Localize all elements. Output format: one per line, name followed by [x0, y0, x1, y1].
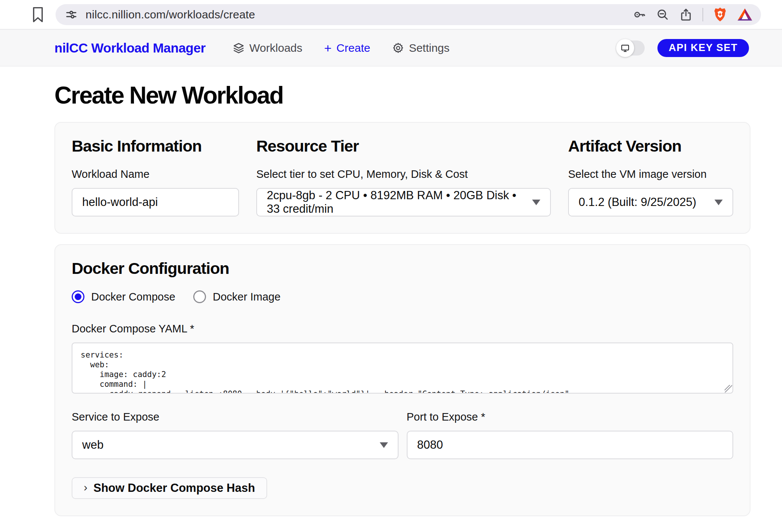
- workload-name-input[interactable]: [82, 189, 229, 216]
- key-icon[interactable]: [633, 8, 646, 21]
- service-to-expose-label: Service to Expose: [72, 411, 399, 423]
- layers-icon: [233, 42, 245, 54]
- chevron-down-icon: [532, 200, 540, 205]
- basic-information-heading: Basic Information: [72, 137, 239, 155]
- resource-tier-select[interactable]: 2cpu-8gb - 2 CPU • 8192MB RAM • 20GB Dis…: [256, 188, 551, 216]
- workload-name-field-wrap: [72, 188, 239, 216]
- nav-create-label: Create: [337, 42, 370, 54]
- nav-settings[interactable]: Settings: [392, 42, 450, 54]
- nav-workloads[interactable]: Workloads: [233, 42, 302, 54]
- bat-logo-icon[interactable]: [737, 8, 753, 22]
- chevron-right-icon: ›: [84, 481, 87, 494]
- expose-settings-row: Service to Expose web Port to Expose *: [72, 411, 733, 459]
- docker-configuration-heading: Docker Configuration: [72, 259, 733, 278]
- resource-tier-label: Select tier to set CPU, Memory, Disk & C…: [256, 168, 551, 180]
- zoom-out-icon[interactable]: [656, 8, 669, 21]
- artifact-version-label: Select the VM image version: [568, 168, 733, 180]
- radio-selected-icon: [72, 290, 84, 303]
- address-bar[interactable]: nilcc.nillion.com/workloads/create: [56, 4, 761, 25]
- basic-settings-card: Basic Information Workload Name Resource…: [54, 122, 750, 234]
- main-nav: Workloads + Create Settings: [233, 42, 450, 54]
- artifact-version-column: Artifact Version Select the VM image ver…: [568, 137, 733, 216]
- resize-grip-icon[interactable]: [725, 385, 732, 392]
- port-to-expose-column: Port to Expose *: [407, 411, 734, 459]
- docker-compose-yaml-wrap: [72, 343, 733, 394]
- api-key-status-badge[interactable]: API KEY SET: [657, 39, 749, 57]
- chevron-down-icon: [380, 442, 388, 448]
- tune-icon[interactable]: [65, 9, 77, 21]
- docker-compose-yaml-label: Docker Compose YAML *: [72, 323, 733, 335]
- gear-icon: [392, 42, 404, 54]
- nav-create[interactable]: + Create: [324, 42, 370, 54]
- browser-chrome: nilcc.nillion.com/workloads/create: [0, 0, 782, 29]
- service-to-expose-column: Service to Expose web: [72, 411, 399, 459]
- monitor-icon: [620, 43, 630, 53]
- theme-toggle-knob: [616, 39, 634, 57]
- resource-tier-selected-value: 2cpu-8gb - 2 CPU • 8192MB RAM • 20GB Dis…: [267, 189, 525, 216]
- toolbar-divider: [702, 8, 703, 21]
- bookmark-icon[interactable]: [32, 6, 44, 23]
- theme-toggle[interactable]: [617, 41, 645, 56]
- service-to-expose-select[interactable]: web: [72, 431, 399, 459]
- docker-mode-radio-group: Docker Compose Docker Image: [72, 290, 733, 303]
- artifact-version-heading: Artifact Version: [568, 137, 733, 155]
- docker-image-radio-label: Docker Image: [213, 291, 281, 303]
- app-header: nilCC Workload Manager Workloads + Creat…: [0, 29, 782, 66]
- workload-name-label: Workload Name: [72, 168, 239, 180]
- share-icon[interactable]: [679, 8, 693, 21]
- plus-icon: +: [324, 42, 332, 54]
- url-actions: [633, 7, 753, 23]
- artifact-version-select[interactable]: 0.1.2 (Built: 9/25/2025): [568, 188, 733, 216]
- brave-shield-icon[interactable]: [713, 7, 727, 23]
- resource-tier-column: Resource Tier Select tier to set CPU, Me…: [256, 137, 551, 216]
- service-selected-value: web: [82, 438, 104, 452]
- resource-tier-heading: Resource Tier: [256, 137, 551, 155]
- nav-settings-label: Settings: [409, 42, 450, 54]
- basic-information-column: Basic Information Workload Name: [72, 137, 239, 216]
- url-text[interactable]: nilcc.nillion.com/workloads/create: [86, 8, 624, 21]
- show-docker-compose-hash-button[interactable]: › Show Docker Compose Hash: [72, 477, 267, 499]
- docker-configuration-card: Docker Configuration Docker Compose Dock…: [54, 244, 750, 516]
- docker-image-radio[interactable]: Docker Image: [193, 290, 281, 303]
- show-hash-button-label: Show Docker Compose Hash: [93, 481, 255, 495]
- docker-compose-radio-label: Docker Compose: [91, 291, 175, 303]
- port-field-wrap: [407, 431, 734, 459]
- docker-compose-radio[interactable]: Docker Compose: [72, 290, 175, 303]
- nav-workloads-label: Workloads: [250, 42, 302, 54]
- artifact-version-selected-value: 0.1.2 (Built: 9/25/2025): [579, 195, 696, 209]
- radio-unselected-icon: [193, 290, 206, 303]
- port-to-expose-input[interactable]: [417, 431, 723, 458]
- docker-compose-yaml-textarea[interactable]: [72, 343, 733, 394]
- chevron-down-icon: [714, 200, 723, 205]
- port-to-expose-label: Port to Expose *: [407, 411, 734, 423]
- page-title: Create New Workload: [54, 81, 750, 109]
- brand-logo[interactable]: nilCC Workload Manager: [54, 41, 206, 56]
